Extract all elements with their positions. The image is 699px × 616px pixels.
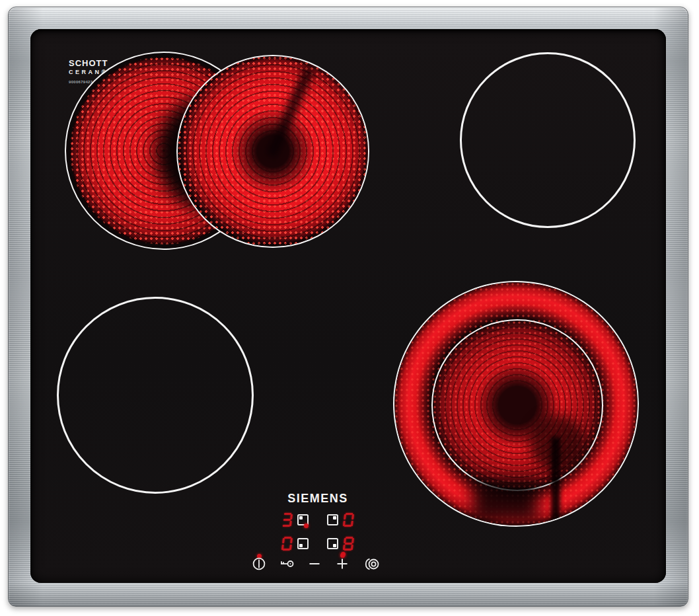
brand-logo: SIEMENS [272,492,364,506]
zone-front-left [57,297,254,494]
dual-zone-icon [363,558,380,570]
zone-square-rear-right-icon [327,514,338,525]
zone-rear-left-main [176,55,369,248]
display-level-front-right [343,537,355,551]
minus-icon [309,558,320,570]
zone-square-front-left-icon [297,538,309,549]
zone-front-right [393,281,639,527]
zone-front-right-sensor-shadow [551,437,560,527]
touch-controls [250,557,381,571]
zone-square-front-right-icon [327,538,338,549]
display-level-rear-right [343,513,355,527]
plus-icon [336,558,348,570]
dual-zone-button[interactable] [361,558,381,570]
minus-button[interactable] [306,558,323,570]
display-level-rear-left [281,513,293,527]
key-icon [279,558,295,569]
display-row-rear [282,513,353,527]
zone-rear-right [460,52,636,228]
rear-left-dual-indicator-led [304,523,309,528]
plus-button[interactable] [334,558,351,570]
power-icon [252,557,266,571]
child-lock-button[interactable] [278,558,295,569]
zone-front-right-inner-glow [431,319,603,491]
zone-front-right-terminal-shadow [472,481,538,521]
display-row-front [282,537,353,551]
power-button[interactable] [250,557,268,571]
glass-brand-line1: SCHOTT [69,58,108,68]
display-level-front-left [281,537,293,551]
product-photo: SCHOTT CERAN® 9000679423 [0,0,699,616]
cooktop-steel-frame: SCHOTT CERAN® 9000679423 [8,7,688,607]
